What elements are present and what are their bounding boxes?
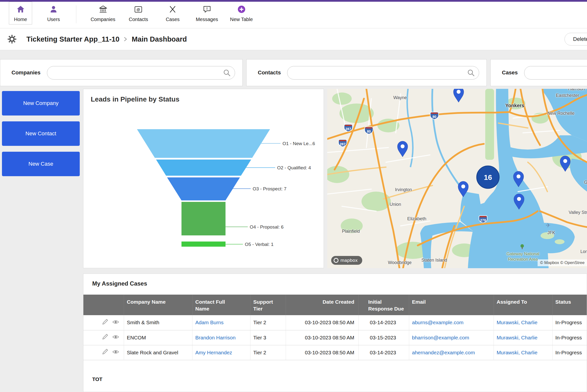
cases-table: Company Name Contact Full Name Support T…	[83, 294, 587, 360]
funnel-label-o5: O5 - Verbal: 1	[245, 242, 273, 247]
view-icon[interactable]	[112, 333, 119, 342]
map-label-jfk: JFK	[547, 230, 555, 236]
contact-card-icon: @	[133, 4, 143, 15]
svg-text:80: 80	[367, 130, 371, 133]
funnel-segment-o2[interactable]	[156, 160, 251, 176]
funnel-segment-o1[interactable]	[137, 129, 270, 158]
top-accent-bar	[0, 0, 587, 2]
nav-tab-companies[interactable]: Companies	[90, 4, 115, 22]
cell-email[interactable]: bharrison@example.com	[409, 330, 494, 345]
map-cluster[interactable]: 16	[477, 166, 499, 188]
funnel-segment-o5[interactable]	[181, 242, 225, 247]
cell-contact[interactable]: Adam Burns	[192, 315, 250, 330]
cell-status: In-Progress	[552, 315, 587, 330]
cell-contact[interactable]: Brandon Harrison	[192, 330, 250, 345]
search-icon[interactable]	[223, 69, 231, 78]
nav-label-users: Users	[47, 17, 60, 22]
app-window: Home Users Companies @ Contacts Cas	[0, 0, 587, 392]
map-label-eastchester: Eastchester	[556, 93, 579, 98]
map-label-wayne: Wayne	[393, 95, 407, 100]
col-initial-response-due[interactable]: Initial Response Due	[358, 294, 409, 315]
cell-created: 03-10-2023 08:50 AM	[286, 315, 358, 330]
cell-status: In-Progress	[552, 345, 587, 360]
nav-divider	[76, 6, 76, 23]
edit-icon[interactable]	[101, 348, 109, 357]
plus-circle-icon	[236, 4, 246, 15]
view-icon[interactable]	[112, 318, 119, 327]
map-label-yonkers: Yonkers	[505, 103, 524, 108]
cell-status: In-Progress	[552, 330, 587, 345]
top-nav: Home Users Companies @ Contacts Cas	[0, 0, 587, 28]
nav-tab-contacts[interactable]: @ Contacts	[129, 4, 148, 22]
map-attribution[interactable]: © Mapbox © OpenStree	[538, 260, 587, 266]
nav-label-companies: Companies	[90, 17, 115, 22]
map-label-valley-stream: Valley Strea	[569, 210, 587, 215]
cell-email[interactable]: ahernandez@example.com	[409, 345, 494, 360]
cell-company: ENCOM	[124, 330, 192, 345]
nav-label-messages: Messages	[196, 17, 218, 22]
view-icon[interactable]	[112, 348, 119, 357]
map-label-plainfield: Plainfield	[342, 229, 360, 234]
cases-search-label: Cases	[502, 70, 518, 76]
nav-tab-new-table[interactable]: New Table	[230, 4, 253, 22]
funnel-segment-o4[interactable]	[181, 202, 225, 236]
map[interactable]: 287 287 80 80 278 ✈ 16 Wayne Yo	[327, 89, 587, 268]
companies-search-card: Companies	[0, 59, 243, 86]
contacts-search-card: Contacts	[246, 59, 487, 86]
nav-tab-messages[interactable]: ! Messages	[196, 4, 218, 22]
new-case-button[interactable]: New Case	[2, 152, 80, 176]
table-row: Smith & Smith Adam Burns Tier 2 03-10-20…	[83, 315, 587, 330]
cell-assigned[interactable]: Murawski, Charlie	[494, 315, 552, 330]
funnel-segment-o3[interactable]	[167, 178, 240, 200]
col-company-name[interactable]: Company Name	[124, 294, 192, 315]
contacts-search-input[interactable]	[287, 66, 479, 80]
col-contact-full-name[interactable]: Contact Full Name	[192, 294, 250, 315]
funnel-label-o2: O2 - Qualified: 4	[277, 165, 311, 170]
companies-search-input[interactable]	[47, 66, 235, 80]
svg-text:80: 80	[432, 115, 436, 119]
new-company-button[interactable]: New Company	[2, 91, 80, 116]
funnel-chart: O1 - New Le...6 O2 - Qualified: 4 O3 - P…	[83, 89, 324, 268]
cell-tier: Tier 2	[250, 345, 286, 360]
cell-email[interactable]: aburns@example.com	[409, 315, 494, 330]
map-label-long: Long	[581, 249, 587, 254]
map-label-g: G	[584, 180, 587, 185]
col-email[interactable]: Email	[409, 294, 494, 315]
home-icon	[16, 4, 25, 15]
nav-tab-users[interactable]: Users	[47, 4, 60, 22]
svg-text:@: @	[137, 7, 140, 12]
col-support-tier[interactable]: Support Tier	[250, 294, 286, 315]
search-icon[interactable]	[467, 69, 475, 78]
delete-button[interactable]: Delete	[565, 33, 587, 46]
gear-icon[interactable]	[7, 34, 17, 44]
cases-search-input[interactable]	[524, 66, 587, 80]
cell-created: 03-10-2023 08:50 AM	[286, 330, 358, 345]
breadcrumb: Ticketing Starter App_11-10 Main Dashboa…	[0, 28, 587, 50]
table-header-row: Company Name Contact Full Name Support T…	[83, 294, 587, 315]
col-status[interactable]: Status	[552, 294, 587, 315]
mapbox-logo[interactable]: mapbox	[331, 256, 362, 265]
new-contact-button[interactable]: New Contact	[2, 121, 80, 146]
funnel-label-o4: O4 - Proposal: 6	[250, 224, 283, 230]
col-date-created[interactable]: Date Created	[286, 294, 358, 315]
nav-tab-home[interactable]: Home	[9, 2, 32, 24]
nav-tab-cases[interactable]: Cases	[166, 4, 180, 22]
user-icon	[49, 4, 58, 15]
message-bubble-icon: !	[202, 4, 212, 15]
contacts-search-label: Contacts	[258, 70, 281, 76]
edit-icon[interactable]	[101, 318, 109, 327]
cell-due: 03-15-2023	[358, 330, 409, 345]
funnel-label-o3: O3 - Prospect: 7	[253, 186, 286, 191]
col-assigned-to[interactable]: Assigned To	[494, 294, 552, 315]
table-footer-total: TOT	[92, 376, 102, 382]
cell-tier: Tier 2	[250, 315, 286, 330]
edit-icon[interactable]	[101, 333, 109, 342]
page-title: Main Dashboard	[132, 35, 187, 43]
map-label-woodbridge: Woodbridge	[388, 260, 412, 265]
cell-assigned[interactable]: Murawski, Charlie	[494, 330, 552, 345]
svg-text:!: !	[206, 6, 208, 10]
cell-assigned[interactable]: Murawski, Charlie	[494, 345, 552, 360]
cell-contact[interactable]: Amy Hernandez	[192, 345, 250, 360]
row-actions	[83, 345, 124, 360]
map-label-new-rochelle: New Rochelle	[547, 111, 575, 116]
